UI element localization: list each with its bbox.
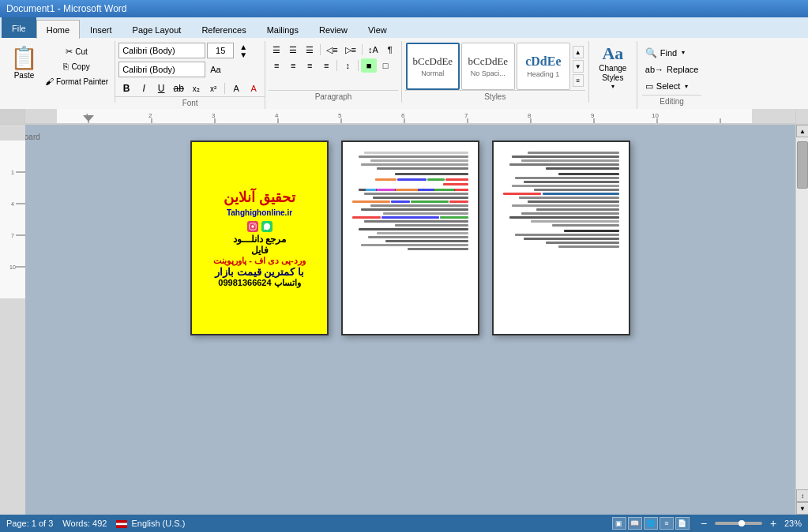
- numbering-button[interactable]: ☰: [285, 43, 301, 57]
- center-button[interactable]: ≡: [285, 58, 301, 73]
- text-line: [546, 167, 619, 170]
- style-normal-button[interactable]: bCcDdEe Normal: [406, 43, 460, 90]
- document-page-1: تحقیق آنلاین Tahghighonline.ir مرجع دانل…: [190, 140, 329, 335]
- draft-view-button[interactable]: 📄: [675, 517, 690, 530]
- text-line: [512, 204, 619, 207]
- paste-button[interactable]: 📋 Paste: [6, 43, 42, 87]
- text-line: [373, 197, 468, 199]
- text-color-button[interactable]: A: [246, 81, 261, 96]
- tab-file[interactable]: File: [2, 17, 36, 38]
- font-name-input[interactable]: [118, 43, 205, 58]
- replace-icon: ab→: [645, 65, 663, 74]
- text-line: [512, 185, 619, 187]
- zoom-level: 23%: [784, 519, 802, 528]
- underline-button[interactable]: U: [153, 81, 169, 96]
- bullets-button[interactable]: ☰: [269, 43, 284, 57]
- select-button[interactable]: ▭ Select ▾: [642, 78, 702, 95]
- zoom-slider[interactable]: [715, 522, 762, 525]
- tab-references[interactable]: References: [191, 20, 256, 39]
- tab-page-layout[interactable]: Page Layout: [122, 20, 192, 39]
- zoom-in-button[interactable]: +: [765, 516, 781, 530]
- sort-button[interactable]: ↕A: [365, 43, 381, 57]
- shrink-font-button[interactable]: ▼: [235, 51, 251, 58]
- tab-review[interactable]: Review: [309, 20, 358, 39]
- replace-button[interactable]: ab→ Replace: [642, 61, 702, 77]
- tab-home[interactable]: Home: [36, 20, 80, 39]
- page1-content: تحقیق آنلاین Tahghighonline.ir مرجع دانل…: [192, 142, 327, 334]
- font-separator: [224, 83, 225, 94]
- strikethrough-button[interactable]: ab: [171, 81, 186, 96]
- font-size-input[interactable]: [207, 43, 234, 58]
- text-line: [395, 173, 468, 175]
- find-button[interactable]: 🔍 Find ▾: [642, 44, 702, 61]
- clipboard-small-buttons: ✂ Cut ⎘ Copy 🖌 Format Painter: [42, 44, 111, 88]
- justify-button[interactable]: ≡: [318, 58, 334, 73]
- text-line: [524, 181, 619, 183]
- text-line: [546, 242, 619, 244]
- style-nospacing-button[interactable]: bCcDdEe No Spaci...: [461, 43, 515, 90]
- vertical-ruler: 1 4 7 10: [0, 125, 25, 515]
- scroll-down-button-mid[interactable]: ↕: [796, 489, 808, 502]
- svg-text:1: 1: [11, 170, 14, 175]
- svg-point-35: [251, 225, 254, 227]
- tab-view[interactable]: View: [358, 20, 397, 39]
- text-line: [361, 208, 468, 211]
- superscript-button[interactable]: x²: [205, 81, 221, 96]
- styles-scroll: ▲ ▼ ≡: [573, 46, 584, 87]
- style-heading1-button[interactable]: cDdEe Heading 1: [517, 43, 570, 90]
- scroll-thumb[interactable]: [797, 141, 808, 189]
- full-reading-button[interactable]: 📖: [628, 517, 642, 530]
- align-right-button[interactable]: ≡: [302, 58, 318, 73]
- paragraph-label: Paragraph: [269, 90, 398, 101]
- page-info: Page: 1 of 3: [6, 519, 53, 528]
- select-label: Select: [656, 81, 681, 91]
- replace-label: Replace: [667, 65, 698, 74]
- line-spacing-button[interactable]: ↕: [340, 58, 355, 73]
- page1-line4: با کمترین قیمت بازار: [215, 266, 304, 278]
- grow-font-button[interactable]: ▲: [235, 43, 251, 51]
- outline-view-button[interactable]: ≡: [660, 517, 674, 530]
- text-highlight-button[interactable]: A: [228, 81, 244, 96]
- multilevel-button[interactable]: ☰: [302, 43, 318, 57]
- decrease-indent-button[interactable]: ◁≡: [323, 43, 340, 57]
- change-styles-button[interactable]: Aa ChangeStyles ▾: [592, 44, 633, 88]
- para-row-1: ☰ ☰ ☰ ◁≡ ▷≡ ↕A ¶: [269, 43, 398, 57]
- page1-url: Tahghighonline.ir: [227, 208, 292, 217]
- tab-mailings[interactable]: Mailings: [257, 20, 309, 39]
- font-name-input2[interactable]: [118, 62, 205, 77]
- text-line: [509, 216, 620, 219]
- bold-button[interactable]: B: [118, 81, 134, 96]
- text-line: [519, 197, 619, 199]
- scroll-up-button[interactable]: ▲: [796, 125, 808, 137]
- subscript-button[interactable]: x₂: [188, 81, 204, 96]
- web-layout-button[interactable]: 🌐: [644, 517, 658, 530]
- italic-button[interactable]: I: [136, 81, 152, 96]
- styles-scroll-down[interactable]: ▼: [573, 60, 584, 73]
- pages-container: تحقیق آنلاین Tahghighonline.ir مرجع دانل…: [25, 125, 795, 515]
- tab-insert[interactable]: Insert: [80, 20, 122, 39]
- copy-button[interactable]: ⎘ Copy: [42, 59, 111, 73]
- scroll-down-button[interactable]: ▼: [796, 502, 808, 515]
- zoom-control: − + 23%: [696, 516, 802, 530]
- format-painter-button[interactable]: 🖌 Format Painter: [42, 74, 111, 88]
- show-hide-button[interactable]: ¶: [382, 43, 398, 57]
- styles-scroll-more[interactable]: ≡: [573, 74, 584, 87]
- change-case-button[interactable]: Aa: [207, 62, 224, 77]
- cut-button[interactable]: ✂ Cut: [42, 44, 111, 58]
- align-left-button[interactable]: ≡: [269, 58, 284, 73]
- zoom-out-button[interactable]: −: [696, 516, 712, 530]
- text-line: [359, 228, 469, 230]
- text-heading2: [564, 230, 619, 232]
- print-layout-button[interactable]: ▣: [612, 517, 626, 530]
- increase-indent-button[interactable]: ▷≡: [342, 43, 359, 57]
- text-line: [361, 163, 468, 166]
- page1-phone: واتساپ 09981366624: [218, 278, 300, 288]
- vertical-scrollbar[interactable]: ▲ ↕ ▼: [795, 125, 808, 515]
- styles-scroll-up[interactable]: ▲: [573, 46, 584, 58]
- svg-text:7: 7: [11, 233, 14, 238]
- scroll-track[interactable]: [796, 137, 808, 489]
- svg-point-37: [254, 224, 254, 225]
- borders-button[interactable]: □: [378, 58, 393, 73]
- svg-text:10: 10: [9, 264, 16, 270]
- shading-button[interactable]: ■: [361, 58, 377, 73]
